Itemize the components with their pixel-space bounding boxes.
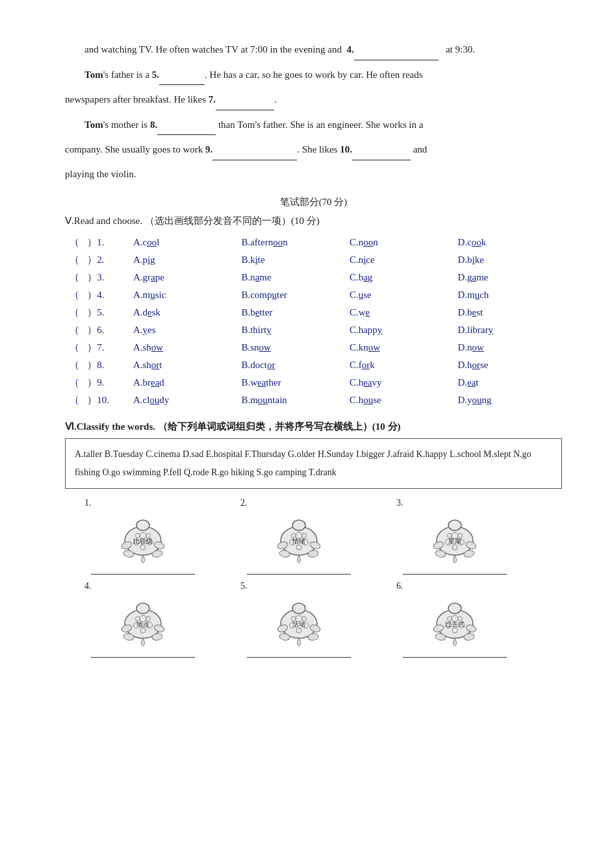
opt-a-9: A.bread <box>129 374 238 391</box>
opt-c-3: C.bag <box>346 269 454 286</box>
turtle-item-3: 3. 星期 <box>377 498 533 575</box>
turtle-item-6: 6. 过去式 <box>377 581 533 658</box>
paren-2: （ <box>65 251 83 269</box>
turtle-svg: 情绪 <box>266 510 331 565</box>
opt-c-4: C.use <box>346 286 454 304</box>
opt-b-3: B.name <box>237 269 346 286</box>
blank-8 <box>157 114 216 136</box>
choice-row-6: （ ）6. A.yes B.thirty C.happy D.library <box>65 321 562 339</box>
intro-line5: company. She usually goes to work 9. . S… <box>65 139 562 160</box>
num-8: ）8. <box>83 356 129 374</box>
opt-a-3: A.grape <box>129 269 238 286</box>
num-4: ）4. <box>83 286 129 304</box>
num-7: ）7. <box>83 339 129 356</box>
turtle-answer-line-3 <box>403 574 507 575</box>
svg-text:比较级: 比较级 <box>133 538 153 545</box>
opt-a-7: A.show <box>129 339 238 356</box>
opt-c-7: C.know <box>346 339 454 356</box>
turtle-row-1: 1. 比较级 2. <box>65 498 562 575</box>
opt-a-6: A.yes <box>129 321 238 339</box>
turtle-svg: 比较级 <box>110 510 175 565</box>
opt-c-6: C.happy <box>346 321 454 339</box>
turtle-num-4: 4. <box>84 581 92 591</box>
part5-title: Ⅴ.Read and choose. （选出画线部分发音不同的一项）(10 分) <box>65 215 562 227</box>
turtle-item-4: 4. 地点 <box>65 581 221 658</box>
turtle-svg-wrap-5: 活动 <box>266 593 331 651</box>
opt-b-5: B.better <box>237 304 346 321</box>
blank-10 <box>352 139 411 160</box>
turtle-svg: 活动 <box>266 593 331 648</box>
turtle-svg: 地点 <box>110 593 175 648</box>
turtle-item-5: 5. 活动 <box>221 581 377 658</box>
choice-row-9: （ ）9. A.bread B.weather C.heavy D.eat <box>65 374 562 391</box>
svg-point-33 <box>448 520 461 530</box>
turtle-svg-wrap-1: 比较级 <box>110 510 175 567</box>
blank-7 <box>216 89 274 110</box>
turtle-svg-wrap-4: 地点 <box>110 593 175 651</box>
opt-a-10: A.cloudy <box>129 391 238 409</box>
choice-row-10: （ ）10. A.cloudy B.mountain C.house D.you… <box>65 391 562 409</box>
svg-point-20 <box>292 520 305 530</box>
num-6: ）6. <box>83 321 129 339</box>
paren-3: （ <box>65 269 83 286</box>
choice-row-7: （ ）7. A.show B.snow C.know D.now <box>65 339 562 356</box>
turtle-item-1: 1. 比较级 <box>65 498 221 575</box>
opt-c-1: C.noon <box>346 234 454 251</box>
intro-line1: and watching TV. He often watches TV at … <box>65 39 562 60</box>
turtle-svg-wrap-6: 过去式 <box>422 593 487 651</box>
paren-6: （ <box>65 321 83 339</box>
opt-c-10: C.house <box>346 391 454 409</box>
opt-b-4: B.computer <box>237 286 346 304</box>
paren-7: （ <box>65 339 83 356</box>
svg-text:地点: 地点 <box>136 621 149 628</box>
svg-text:情绪: 情绪 <box>292 538 305 545</box>
paren-1: （ <box>65 234 83 251</box>
num-9: ）9. <box>83 374 129 391</box>
opt-a-4: A.music <box>129 286 238 304</box>
turtle-svg-wrap-3: 星期 <box>422 510 487 567</box>
opt-d-8: D.horse <box>454 356 562 374</box>
part5-section: Ⅴ.Read and choose. （选出画线部分发音不同的一项）(10 分)… <box>65 215 562 409</box>
svg-point-72 <box>448 603 461 614</box>
blank-4 <box>354 39 439 60</box>
section-title: 笔试部分(70 分) <box>65 196 562 208</box>
turtle-num-3: 3. <box>396 498 403 508</box>
opt-d-7: D.now <box>454 339 562 356</box>
paren-5: （ <box>65 304 83 321</box>
opt-a-5: A.desk <box>129 304 238 321</box>
turtle-answer-line-1 <box>91 574 195 575</box>
choice-row-3: （ ）3. A.grape B.name C.bag D.game <box>65 269 562 286</box>
svg-point-59 <box>292 603 305 614</box>
choice-table: （ ）1. A.cool B.afternoon C.noon D.cook （… <box>65 234 562 409</box>
num-1: ）1. <box>83 234 129 251</box>
opt-b-2: B.kite <box>237 251 346 269</box>
opt-d-6: D.library <box>454 321 562 339</box>
paren-9: （ <box>65 374 83 391</box>
opt-c-9: C.heavy <box>346 374 454 391</box>
part6-section: Ⅵ.Classify the words. （给下列单词或词组归类，并将序号写在… <box>65 421 562 658</box>
num-3: ）3. <box>83 269 129 286</box>
intro-line2: Tom's father is a 5. . He has a car, so … <box>65 64 562 86</box>
paren-4: （ <box>65 286 83 304</box>
turtle-num-6: 6. <box>396 581 403 591</box>
paren-10: （ <box>65 391 83 409</box>
opt-d-10: D.young <box>454 391 562 409</box>
turtle-answer-line-4 <box>91 657 195 658</box>
num-5: ）5. <box>83 304 129 321</box>
turtle-row-2: 4. 地点 5. <box>65 581 562 658</box>
word-box: A.taller B.Tuesday C.cinema D.sad E.hosp… <box>65 438 562 489</box>
turtle-svg: 星期 <box>422 510 487 565</box>
choice-row-1: （ ）1. A.cool B.afternoon C.noon D.cook <box>65 234 562 251</box>
opt-a-1: A.cool <box>129 234 238 251</box>
turtle-num-1: 1. <box>84 498 92 508</box>
intro-line3: newspapers after breakfast. He likes 7. … <box>65 89 562 110</box>
opt-d-3: D.game <box>454 269 562 286</box>
choice-row-5: （ ）5. A.desk B.better C.we D.best <box>65 304 562 321</box>
blank-5 <box>159 64 205 86</box>
turtle-svg-wrap-2: 情绪 <box>266 510 331 567</box>
opt-c-2: C.nice <box>346 251 454 269</box>
num-10: ）10. <box>83 391 129 409</box>
turtle-answer-line-6 <box>403 657 507 658</box>
opt-c-8: C.fork <box>346 356 454 374</box>
num-2: ）2. <box>83 251 129 269</box>
